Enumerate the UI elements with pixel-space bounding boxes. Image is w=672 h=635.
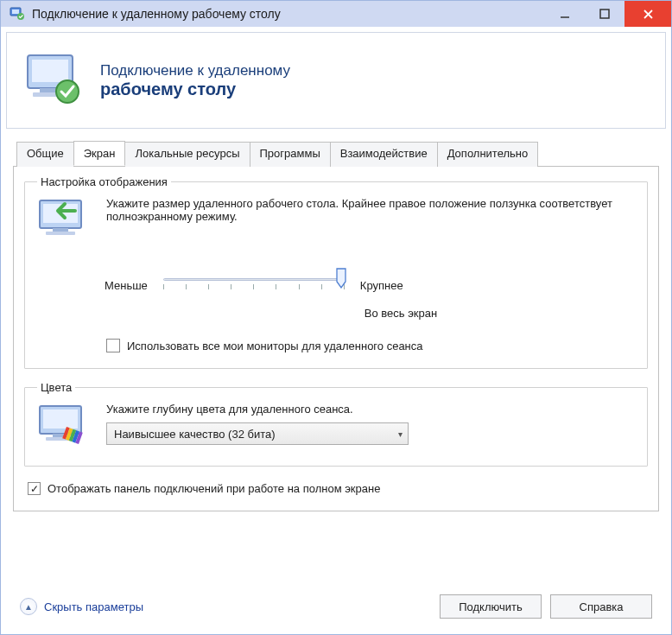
show-connection-bar-checkbox[interactable]: ✓ [28,482,41,495]
header-line1: Подключение к удаленному [100,62,290,79]
display-config-desc: Укажите размер удаленного рабочего стола… [106,197,635,244]
slider-value-label: Во весь экран [37,307,635,320]
slider-label-more: Крупнее [360,279,403,292]
slider-label-less: Меньше [105,279,148,292]
connect-button[interactable]: Подключить [440,594,542,619]
window-title: Подключение к удаленному рабочему столу [32,7,545,21]
svg-rect-1 [12,10,19,14]
colors-group: Цвета [24,381,648,467]
svg-rect-4 [600,10,609,18]
svg-point-2 [17,13,24,20]
dialog-footer: ▲ Скрыть параметры Подключить Справка [1,594,671,619]
titlebar: Подключение к удаленному рабочему столу [1,1,671,27]
header-line2: рабочему столу [100,79,290,99]
tabstrip: Общие Экран Локальные ресурсы Программы … [13,141,659,167]
hide-options-label: Скрыть параметры [44,600,143,613]
colors-desc: Укажите глубину цвета для удаленного сеа… [106,403,635,416]
close-button[interactable] [624,1,671,27]
use-all-monitors-label: Использовать все мои мониторы для удален… [127,340,423,352]
tab-advanced[interactable]: Дополнительно [437,142,539,167]
tab-pane-screen: Настройка отображения Укажите размер уда… [13,167,659,511]
help-button[interactable]: Справка [550,594,652,619]
content-area: Общие Экран Локальные ресурсы Программы … [1,129,671,511]
display-config-group: Настройка отображения Укажите размер уда… [24,175,648,369]
dialog-header: Подключение к удаленному рабочему столу [6,32,666,129]
tab-programs[interactable]: Программы [250,142,331,167]
color-depth-dropdown[interactable]: Наивысшее качество (32 бита) ▾ [106,422,409,445]
display-config-legend: Настройка отображения [37,175,171,188]
svg-rect-17 [43,410,78,429]
tab-general[interactable]: Общие [16,142,74,167]
svg-rect-14 [53,228,68,232]
colors-legend: Цвета [37,381,75,394]
monitor-resolution-icon [37,197,91,244]
chevron-down-icon: ▾ [398,429,403,439]
color-depth-selected: Наивысшее качество (32 бита) [114,428,276,441]
color-depth-icon [37,403,91,450]
svg-rect-15 [46,232,75,235]
rdp-logo-icon [22,48,85,113]
svg-point-11 [56,80,79,103]
header-text: Подключение к удаленному рабочему столу [100,62,290,99]
rdp-dialog-window: Подключение к удаленному рабочему столу … [0,0,672,635]
app-icon [10,6,25,22]
use-all-monitors-checkbox[interactable] [106,339,120,352]
minimize-button[interactable] [545,2,585,26]
svg-rect-8 [32,60,68,82]
tab-experience[interactable]: Взаимодействие [330,142,438,167]
tab-screen[interactable]: Экран [73,141,126,166]
tab-local-resources[interactable]: Локальные ресурсы [124,142,250,167]
resolution-slider[interactable] [163,270,345,300]
maximize-button[interactable] [585,2,624,26]
slider-thumb[interactable] [336,268,346,289]
chevron-up-icon: ▲ [20,598,37,615]
show-connection-bar-label: Отображать панель подключений при работе… [48,482,380,495]
hide-options-link[interactable]: ▲ Скрыть параметры [20,598,143,615]
